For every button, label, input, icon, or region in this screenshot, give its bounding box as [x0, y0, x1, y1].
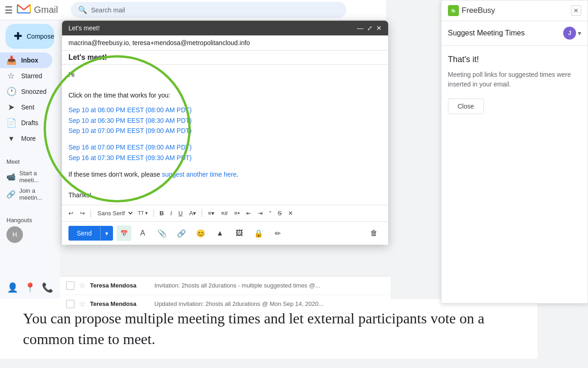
email-subject: Updated invitation: 2hosts all 2duration… — [154, 300, 384, 307]
time-slot-2[interactable]: Sep 10 at 06:30 PM EEST (08:30 AM PDT) — [68, 115, 382, 126]
lock-button[interactable]: 🔒 — [251, 225, 266, 241]
time-slot-5[interactable]: Sep 16 at 07:30 PM EEST (09:30 AM PDT) — [68, 153, 382, 163]
bottom-bar: 👤 📍 📞 — [0, 278, 60, 297]
expand-icon[interactable]: ⤢ — [367, 24, 373, 32]
compose-body[interactable]: Hi Click on the time that works for you:… — [62, 65, 388, 205]
table-row[interactable]: ☆ Teresa Mendosa Updated invitation: 2ho… — [60, 295, 390, 313]
emoji-button[interactable]: 😊 — [193, 225, 209, 241]
freebusy-action-button[interactable]: 📅 — [117, 225, 131, 241]
underline-button[interactable]: U — [175, 208, 185, 218]
avatar-dropdown-arrow[interactable]: ▾ — [578, 29, 581, 37]
compose-header[interactable]: Let's meet! — ⤢ ✕ — [62, 21, 388, 35]
time-slot-4[interactable]: Sep 16 at 07:00 PM EEST (09:00 AM PDT) — [68, 142, 382, 152]
compose-to-field[interactable]: macrina@freebusy.io, teresa+mendosa@metr… — [62, 35, 388, 51]
video-icon: 📹 — [6, 172, 16, 181]
undo-button[interactable]: ↩ — [66, 208, 76, 218]
sidebar-item-inbox[interactable]: 📥 Inbox — [0, 52, 52, 68]
send-button[interactable]: Send — [68, 226, 100, 241]
sidebar-item-more[interactable]: ▾ More — [0, 131, 52, 146]
freebusy-description: Meeting poll links for suggested times w… — [448, 70, 581, 89]
font-size-button[interactable]: TT ▾ — [135, 208, 151, 218]
hamburger-menu-icon[interactable]: ☰ — [5, 5, 13, 16]
sidebar-item-snoozed[interactable]: 🕐 Snoozed — [0, 84, 52, 99]
join-meeting-item[interactable]: 🔗 Join a meetin... — [6, 185, 53, 203]
sent-label: Sent — [21, 104, 34, 111]
sidebar-item-sent[interactable]: ➤ Sent — [0, 99, 52, 115]
email-checkbox[interactable] — [66, 282, 74, 290]
search-input[interactable]: Search mail — [91, 6, 125, 14]
indent-less-button[interactable]: ⇤ — [243, 208, 254, 218]
body-greeting: Hi — [68, 69, 382, 80]
hangouts-avatar[interactable]: H — [6, 226, 23, 243]
unordered-list-button[interactable]: ≡• — [232, 208, 243, 218]
freebusy-content: That's it! Meeting poll links for sugges… — [441, 46, 588, 123]
search-box[interactable]: 🔍 Search mail — [71, 2, 346, 18]
start-meeting-item[interactable]: 📹 Start a meeti... — [6, 168, 53, 185]
indent-more-button[interactable]: ⇥ — [255, 208, 266, 218]
text-color-button[interactable]: A▾ — [187, 208, 199, 218]
caption-text: You can propose multiple meeting times a… — [23, 308, 514, 350]
sidebar-item-drafts[interactable]: 📄 Drafts — [0, 115, 52, 131]
ordered-list-button[interactable]: ≡# — [218, 208, 231, 218]
star-icon[interactable]: ☆ — [79, 299, 85, 308]
location-icon[interactable]: 📍 — [24, 282, 36, 293]
user-avatar[interactable]: J — [563, 27, 576, 40]
compose-subject-field[interactable]: Let's meet! — [62, 51, 388, 65]
thanks-text: Thanks! — [68, 190, 382, 200]
minimize-icon[interactable]: — — [357, 24, 363, 32]
join-meeting-label: Join a meetin... — [19, 187, 53, 201]
drive-button[interactable]: ▲ — [212, 225, 228, 241]
freebusy-close-button[interactable]: ✕ — [571, 6, 581, 16]
time-slot-1[interactable]: Sep 10 at 06:00 PM EEST (08:00 AM PDT) — [68, 105, 382, 115]
star-icon[interactable]: ☆ — [79, 281, 85, 290]
remove-format-button[interactable]: ✕ — [285, 208, 296, 218]
suggest-link[interactable]: suggest another time here — [162, 171, 237, 178]
star-icon: ☆ — [6, 71, 16, 81]
phone-icon[interactable]: 📞 — [42, 282, 53, 293]
close-compose-icon[interactable]: ✕ — [376, 24, 382, 32]
freebusy-logo-text: FreeBusy — [462, 6, 495, 15]
person-icon[interactable]: 👤 — [7, 282, 18, 293]
bold-button[interactable]: B — [157, 208, 166, 218]
attachment-button[interactable]: 📎 — [154, 225, 170, 241]
drafts-icon: 📄 — [6, 118, 16, 128]
compose-button[interactable]: ✚ Compose — [6, 24, 54, 49]
time-group-2: Sep 16 at 07:00 PM EEST (09:00 AM PDT) S… — [68, 142, 382, 163]
freebusy-panel: fb FreeBusy ✕ Suggest Meeting Times J ▾ … — [441, 0, 588, 304]
strikethrough-button[interactable]: S — [275, 208, 285, 218]
user-avatar-row: J ▾ — [563, 27, 581, 40]
send-dropdown-button[interactable]: ▾ — [100, 226, 113, 241]
snoozed-label: Snoozed — [21, 88, 46, 95]
freebusy-subheader: Suggest Meeting Times J ▾ — [441, 21, 588, 46]
signature-button[interactable]: ✏ — [270, 225, 286, 241]
sidebar-item-starred[interactable]: ☆ Starred — [0, 68, 52, 84]
text-color-action-button[interactable]: A — [135, 225, 151, 241]
freebusy-close-panel-button[interactable]: Close — [448, 98, 484, 114]
align-button[interactable]: ≡▾ — [205, 208, 217, 218]
table-row[interactable]: ☆ Teresa Mendosa Invitation: 2hosts all … — [60, 276, 390, 295]
send-button-group: Send ▾ — [68, 226, 113, 241]
link-button[interactable]: 🔗 — [174, 225, 189, 241]
freebusy-logo-icon: fb — [448, 5, 459, 16]
font-selector[interactable]: Sans Serif — [94, 208, 134, 218]
sent-icon: ➤ — [6, 102, 16, 112]
more-chevron-icon: ▾ — [6, 133, 16, 144]
photo-button[interactable]: 🖼 — [232, 225, 247, 241]
toolbar-sep-2 — [153, 209, 154, 218]
drafts-label: Drafts — [21, 119, 38, 126]
thats-it-title: That's it! — [448, 55, 581, 64]
gmail-wordmark: Gmail — [34, 5, 58, 15]
quote-button[interactable]: " — [266, 208, 274, 218]
svg-text:fb: fb — [452, 9, 456, 13]
starred-label: Starred — [21, 72, 42, 80]
suggest-text: If these times don't work, please sugges… — [68, 169, 382, 179]
delete-draft-button[interactable]: 🗑 — [366, 225, 382, 241]
start-meeting-label: Start a meeti... — [19, 170, 53, 184]
formatting-toolbar: ↩ ↪ Sans Serif TT ▾ B I U A▾ ≡▾ ≡# ≡• ⇤ … — [62, 205, 388, 221]
redo-button[interactable]: ↪ — [77, 208, 88, 218]
freebusy-logo: fb FreeBusy — [448, 5, 495, 16]
time-slot-3[interactable]: Sep 10 at 07:00 PM EEST (09:00 AM PDT) — [68, 126, 382, 136]
freebusy-header: fb FreeBusy ✕ — [441, 0, 588, 21]
email-checkbox[interactable] — [66, 300, 74, 308]
italic-button[interactable]: I — [168, 208, 175, 218]
